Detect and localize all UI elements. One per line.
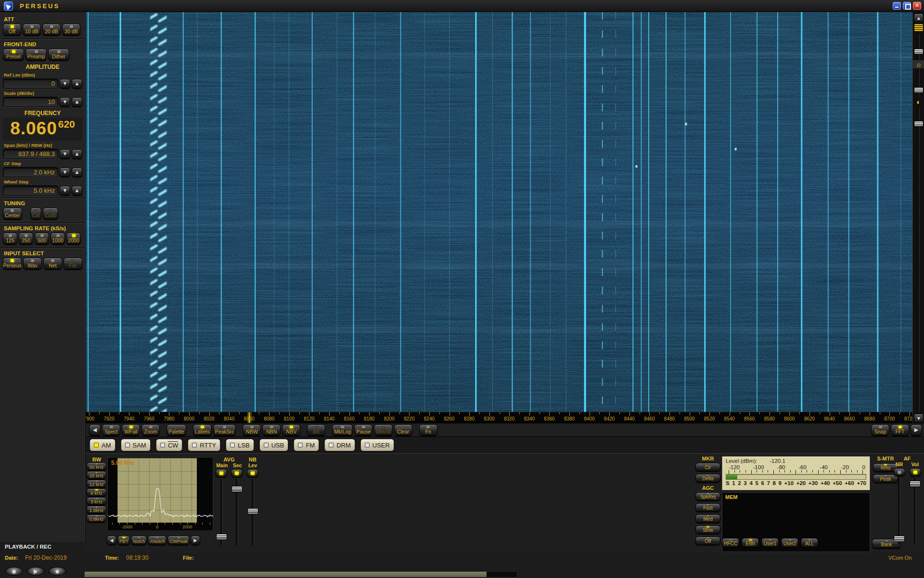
bw-6-khz-button[interactable]: 6 kHz: [87, 488, 106, 497]
mode-rtty-button[interactable]: RTTY: [188, 439, 220, 451]
agc-spkrej-button[interactable]: SpkRej: [695, 492, 720, 501]
tb-mhold-button[interactable]: MHold: [374, 424, 392, 436]
scale-db-div-value[interactable]: 10: [3, 97, 58, 107]
bw-0-8khz-button[interactable]: 0.8kHz: [87, 514, 106, 523]
tb-clear-button[interactable]: Clear: [394, 424, 412, 436]
af-vol-slider-thumb[interactable]: [910, 481, 921, 487]
att-20-db-button[interactable]: 20 dB: [42, 24, 61, 36]
avg-main-slider-thumb[interactable]: [216, 534, 227, 540]
input-file-button[interactable]: File: [64, 258, 82, 270]
waterfall-display[interactable]: [86, 12, 912, 412]
bw-50-khz-button[interactable]: 50 kHz: [87, 462, 106, 471]
front-end-preamp-button[interactable]: Preamp: [26, 49, 47, 61]
tb-snap-button[interactable]: Snap: [871, 424, 889, 436]
att-off-button[interactable]: Off: [3, 24, 21, 36]
span-khz-rbw-hz-down-button[interactable]: ▼: [60, 149, 70, 159]
af-vol-toggle[interactable]: [910, 468, 921, 476]
input-net-button[interactable]: Net: [43, 258, 62, 270]
frequency-axis[interactable]: 7900792079407960798080008020804080608080…: [86, 412, 912, 423]
sampling-rate-1000-button[interactable]: 1000: [51, 233, 65, 245]
palette-handle[interactable]: [914, 24, 923, 31]
stop-button[interactable]: [5, 567, 23, 576]
mode-lsb-button[interactable]: LSB: [226, 439, 254, 451]
cf-step-up-button[interactable]: ▲: [72, 168, 82, 177]
toolbar-prev-arrow-button[interactable]: ◀: [89, 424, 101, 436]
scale-db-div-up-button[interactable]: ▲: [72, 97, 82, 107]
scroll-up-button[interactable]: ▲: [914, 13, 924, 22]
scroll-down-button[interactable]: ▼: [914, 414, 924, 422]
sampling-rate-250-button[interactable]: 250: [19, 233, 33, 245]
contrast-slider-thumb[interactable]: [914, 121, 924, 127]
af-nr-slider-track[interactable]: [898, 478, 900, 544]
af-nr-slider-thumb[interactable]: [894, 536, 905, 542]
mode-am-button[interactable]: AM: [90, 439, 116, 451]
tb-nbw-button[interactable]: NBW: [243, 424, 261, 436]
front-end-presel-button[interactable]: Presel: [3, 49, 24, 61]
tb-palette-button[interactable]: Palette: [167, 424, 186, 436]
record-button[interactable]: [48, 567, 66, 576]
tb-zoom-button[interactable]: Zoom: [141, 424, 160, 436]
mode-sam-button[interactable]: SAM: [121, 439, 151, 451]
mode-cw-button[interactable]: CW: [156, 439, 183, 451]
tb-fft-button[interactable]: FFT: [891, 424, 909, 436]
att-10-db-button[interactable]: 10 dB: [23, 24, 41, 36]
ref-lev-dbm-up-button[interactable]: ▲: [72, 79, 82, 89]
tb-mkrlog-button[interactable]: MkrLog: [332, 424, 353, 436]
agc-med-button[interactable]: Med: [695, 514, 720, 523]
toolbar-next-arrow-button[interactable]: ▶: [911, 424, 922, 436]
nb-lev-slider-thumb[interactable]: [247, 508, 258, 514]
avg-main-toggle[interactable]: [216, 469, 227, 477]
span-khz-rbw-hz-up-button[interactable]: ▲: [72, 149, 82, 159]
input-perseus-button[interactable]: Perseus: [3, 258, 22, 270]
nb-lev-toggle[interactable]: [247, 469, 258, 477]
mode-usb-button[interactable]: USB: [259, 439, 289, 451]
bw-12-khz-button[interactable]: 12 kHz: [87, 480, 106, 488]
mode-user-button[interactable]: USER: [360, 439, 394, 451]
wheel-step-value[interactable]: 5.0 kHz: [3, 185, 58, 196]
tb-nbn-button[interactable]: NBN: [262, 424, 281, 436]
frequency-readout[interactable]: 8.060620: [3, 118, 82, 141]
tuning-center-button[interactable]: Center: [3, 208, 22, 220]
sampling-rate-500-button[interactable]: 500: [35, 233, 49, 245]
tb-afc-button[interactable]: Afc: [307, 424, 325, 436]
span-khz-rbw-hz-value[interactable]: 837.9 / 488.3: [3, 149, 58, 159]
scale-db-div-down-button[interactable]: ▼: [60, 97, 70, 107]
brightness-slider-track[interactable]: [918, 70, 920, 98]
wheel-step-up-button[interactable]: ▲: [72, 186, 82, 196]
ref-lev-dbm-down-button[interactable]: ▼: [60, 79, 70, 89]
bw-25-khz-button[interactable]: 25 kHz: [87, 471, 106, 479]
mkr-clr-button[interactable]: Clr: [695, 463, 720, 472]
sampling-rate-125-button[interactable]: 125: [3, 233, 17, 245]
cf-step-value[interactable]: 2.0 kHz: [3, 167, 58, 177]
mkr-delta-button[interactable]: Delta: [695, 474, 720, 483]
mode-fm-button[interactable]: FM: [294, 439, 319, 451]
ref-lev-dbm-value[interactable]: 0: [3, 79, 58, 89]
tb-labels-button[interactable]: Labels: [193, 424, 212, 436]
af-nr-toggle[interactable]: [894, 468, 905, 476]
brightness-slider-thumb[interactable]: [914, 87, 924, 93]
af-vol-slider-track[interactable]: [914, 478, 916, 544]
close-button[interactable]: [913, 2, 921, 10]
tb-pause-button[interactable]: Pause: [354, 424, 372, 436]
input-wav-button[interactable]: Wav: [23, 258, 42, 270]
tb-spect-button[interactable]: Spect: [102, 424, 120, 436]
tuning-calib-button[interactable]: Calib: [43, 208, 58, 220]
agc-slow-button[interactable]: Slow: [695, 525, 720, 534]
playback-progress[interactable]: [84, 571, 517, 578]
filter-display[interactable]: 5.00 kHz -200002000: [108, 458, 213, 530]
contrast-slider-track[interactable]: [918, 107, 920, 412]
sampling-rate-2000-button[interactable]: 2000: [66, 233, 81, 245]
minimize-button[interactable]: [893, 2, 901, 10]
bw-1-6khz-button[interactable]: 1.6kHz: [87, 506, 106, 514]
tb-nbv-button[interactable]: NBV: [282, 424, 300, 436]
bw-3-khz-button[interactable]: 3 kHz: [87, 497, 106, 505]
att-30-db-button[interactable]: 30 dB: [62, 24, 80, 36]
tb-wfall-button[interactable]: WFall: [122, 424, 140, 436]
tb-fn-button[interactable]: Fn: [419, 424, 437, 436]
palette-slider-thumb[interactable]: [914, 49, 924, 54]
agc-fast-button[interactable]: Fast: [695, 503, 720, 512]
wheel-step-down-button[interactable]: ▼: [60, 186, 70, 196]
play-button[interactable]: [26, 567, 45, 576]
front-end-dither-button[interactable]: Dither: [48, 49, 69, 61]
avg-sec-slider-track[interactable]: [236, 479, 238, 545]
